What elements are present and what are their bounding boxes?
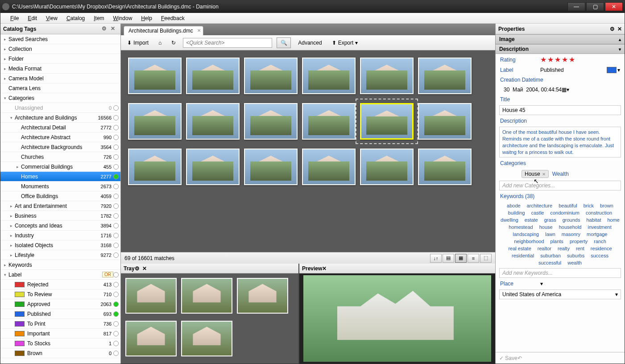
tray-content[interactable] bbox=[121, 273, 298, 364]
keyword-tag[interactable]: building bbox=[508, 210, 525, 215]
tag-row[interactable]: Office Buildings4059 bbox=[0, 191, 120, 201]
keyword-tag[interactable]: real estate bbox=[508, 246, 531, 251]
tag-row[interactable]: ▸Isolated Objects3168 bbox=[0, 240, 120, 250]
creation-day[interactable]: 30 bbox=[504, 87, 509, 93]
keyword-tag[interactable]: neighborhood bbox=[514, 239, 544, 244]
thumbnail[interactable] bbox=[128, 103, 182, 140]
preview-content[interactable] bbox=[299, 273, 495, 364]
description-section-header[interactable]: Description▾ bbox=[496, 44, 625, 54]
keyword-tag[interactable]: property bbox=[570, 239, 588, 244]
place-select[interactable]: United States of America▾ bbox=[499, 290, 621, 299]
tray-thumbnail[interactable] bbox=[125, 278, 177, 314]
home-button[interactable]: ⌂ bbox=[156, 38, 164, 47]
search-input[interactable] bbox=[183, 38, 272, 48]
add-category-input[interactable]: Add new Categories... bbox=[499, 181, 621, 190]
tray-thumbnail[interactable] bbox=[237, 278, 288, 314]
tag-list[interactable]: ▸Saved Searches▸Collection▸Folder▸Media … bbox=[0, 34, 120, 364]
tab-close-icon[interactable]: ✕ bbox=[197, 28, 201, 33]
thumbnails-area[interactable]: Categories Architecture Home Renovations… bbox=[121, 50, 495, 252]
thumbnail[interactable] bbox=[186, 58, 240, 94]
keyword-tag[interactable]: dwelling bbox=[501, 217, 518, 223]
keyword-tag[interactable]: grass bbox=[544, 217, 556, 223]
sort-button[interactable]: ↓↑ bbox=[430, 254, 442, 263]
gear-icon[interactable]: ⚙ bbox=[135, 265, 140, 272]
keyword-tag[interactable]: residential bbox=[512, 253, 534, 258]
tag-row[interactable]: To Stocks1 bbox=[0, 339, 120, 348]
menu-help[interactable]: Help bbox=[137, 14, 157, 23]
tag-row[interactable]: ▾LabelOR bbox=[0, 270, 120, 280]
catalog-tab[interactable]: Architectural Buildings.dmc ✕ bbox=[124, 26, 203, 35]
tag-row[interactable]: To Review710 bbox=[0, 290, 120, 299]
menu-item[interactable]: Item bbox=[89, 14, 108, 23]
view-grid-button[interactable]: ▦ bbox=[455, 254, 467, 263]
keyword-tag[interactable]: masonry bbox=[562, 232, 580, 237]
title-input[interactable]: House 45 bbox=[499, 105, 621, 115]
panel-close-icon[interactable]: ✕ bbox=[142, 265, 147, 272]
tag-row[interactable]: Architecture Abstract990 bbox=[0, 132, 120, 142]
advanced-button[interactable]: Advanced bbox=[295, 38, 324, 47]
view-tree-button[interactable]: ⬚ bbox=[480, 254, 492, 263]
panel-close-icon[interactable]: ✕ bbox=[617, 26, 622, 32]
thumbnail[interactable] bbox=[360, 58, 414, 94]
thumbnail[interactable] bbox=[128, 149, 182, 185]
keyword-tag[interactable]: residence bbox=[591, 246, 612, 251]
tag-row[interactable]: Brown0 bbox=[0, 348, 120, 358]
thumbnail[interactable] bbox=[360, 103, 414, 140]
keyword-tag[interactable]: investment bbox=[588, 224, 612, 230]
calendar-icon[interactable]: ▦▾ bbox=[562, 87, 569, 93]
tag-row[interactable]: Rejected413 bbox=[0, 280, 120, 290]
thumbnail[interactable] bbox=[128, 58, 182, 94]
thumbnail[interactable] bbox=[186, 149, 240, 185]
tag-row[interactable]: ▸Art and Entertainment7920 bbox=[0, 201, 120, 211]
keyword-tag[interactable]: wealth bbox=[567, 260, 582, 265]
tag-row[interactable]: Unassigned0 bbox=[0, 103, 120, 113]
thumbnail[interactable] bbox=[360, 149, 414, 185]
category-pill[interactable]: House✕ bbox=[522, 170, 549, 178]
thumbnail[interactable] bbox=[244, 103, 298, 140]
tray-thumbnail[interactable] bbox=[181, 278, 232, 314]
tag-row[interactable]: ▾Categories bbox=[0, 93, 120, 103]
tag-row[interactable]: ▸Lifestyle9272 bbox=[0, 250, 120, 260]
view-filmstrip-button[interactable]: ▤ bbox=[443, 254, 454, 263]
export-button[interactable]: ⬆ Export ▾ bbox=[329, 38, 361, 47]
tag-row[interactable]: ▸Media Format bbox=[0, 64, 120, 74]
tag-row[interactable]: ▸Camera Model bbox=[0, 74, 120, 83]
keyword-tag[interactable]: construction bbox=[586, 210, 612, 215]
menu-feedback[interactable]: Feedback bbox=[157, 14, 189, 23]
keyword-tag[interactable]: grounds bbox=[563, 217, 580, 223]
keyword-tag[interactable]: landscaping bbox=[513, 232, 539, 237]
tag-row[interactable]: Approved2063 bbox=[0, 299, 120, 309]
tag-row[interactable]: Important817 bbox=[0, 329, 120, 339]
keyword-tag[interactable]: rent bbox=[576, 246, 584, 251]
tag-row[interactable]: To Print736 bbox=[0, 319, 120, 329]
tag-row[interactable]: ▸Collection bbox=[0, 44, 120, 54]
keyword-tag[interactable]: castle bbox=[531, 210, 544, 215]
tag-row[interactable]: Camera Lens bbox=[0, 83, 120, 93]
tag-row[interactable]: ▸Industry1716 bbox=[0, 231, 120, 240]
menu-window[interactable]: Window bbox=[109, 14, 137, 23]
chevron-down-icon[interactable]: ▾ bbox=[540, 281, 543, 287]
rating-stars[interactable]: ★★★★★ bbox=[540, 55, 576, 64]
thumbnail[interactable] bbox=[302, 58, 356, 94]
menu-catalog[interactable]: Catalog bbox=[62, 14, 89, 23]
creation-time[interactable]: 2004, 00:44:54 bbox=[526, 87, 562, 93]
save-button[interactable]: Save bbox=[505, 355, 517, 361]
keyword-tag[interactable]: house bbox=[539, 224, 553, 230]
thumbnail[interactable] bbox=[418, 58, 472, 94]
keyword-tag[interactable]: beautiful bbox=[559, 203, 577, 208]
panel-close-icon[interactable]: ✕ bbox=[322, 265, 327, 272]
keyword-tag[interactable]: mortgage bbox=[587, 232, 607, 237]
tag-row[interactable]: ▸Concepts and Ideas3894 bbox=[0, 221, 120, 231]
keyword-tag[interactable]: ranch bbox=[594, 239, 606, 244]
keyword-tag[interactable]: suburban bbox=[540, 253, 561, 258]
refresh-button[interactable]: ↻ bbox=[169, 38, 178, 47]
tag-row[interactable]: ▸Keywords bbox=[0, 260, 120, 270]
keyword-tag[interactable]: abode bbox=[507, 203, 521, 208]
tag-row[interactable]: ▾Architecture and Buildings16566 bbox=[0, 113, 120, 123]
tag-row[interactable]: Architecture Backgrounds3564 bbox=[0, 142, 120, 152]
keyword-tag[interactable]: brown bbox=[600, 203, 613, 208]
add-keyword-input[interactable]: Add new Keywords... bbox=[499, 268, 621, 278]
keyword-tag[interactable]: household bbox=[559, 224, 582, 230]
label-color-chip[interactable] bbox=[607, 67, 617, 73]
keyword-tag[interactable]: architecture bbox=[527, 203, 552, 208]
